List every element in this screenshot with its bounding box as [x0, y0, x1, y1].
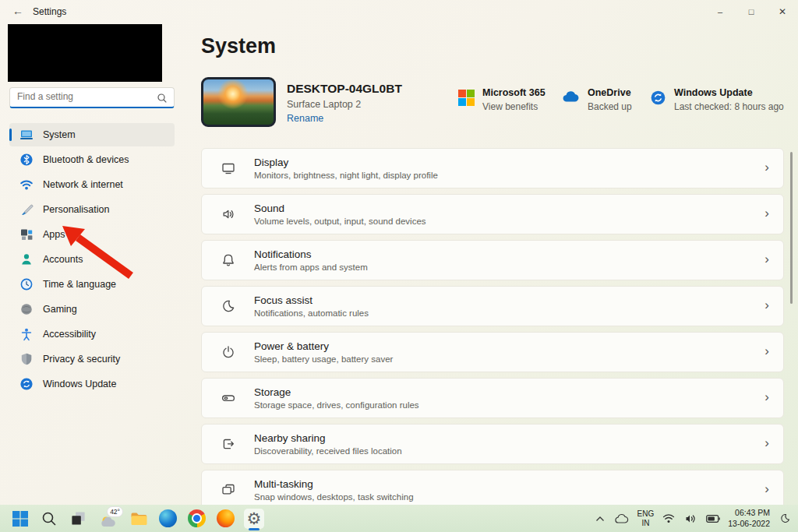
network-icon — [19, 178, 34, 192]
weather-widget[interactable]: 42° — [97, 508, 120, 530]
focus-assist-icon — [221, 298, 236, 314]
accessibility-icon — [19, 327, 34, 341]
settings-list: DisplayMonitors, brightness, night light… — [201, 148, 784, 516]
battery-tray-icon[interactable] — [704, 509, 721, 529]
status-card-subtitle: Backed up — [588, 101, 632, 112]
status-card-subtitle: Last checked: 8 hours ago — [674, 101, 784, 112]
volume-tray-icon[interactable] — [683, 509, 697, 529]
scrollbar-thumb[interactable] — [790, 152, 793, 304]
row-title: Display — [254, 157, 438, 168]
language-line1: ENG — [637, 509, 655, 519]
settings-app-icon[interactable]: ⚙ — [244, 509, 264, 529]
language-indicator[interactable]: ENG IN — [637, 509, 655, 527]
sidebar-item-privacy-security[interactable]: Privacy & security — [9, 347, 175, 371]
sidebar-item-bluetooth-devices[interactable]: Bluetooth & devices — [9, 148, 175, 171]
clock-date: 13-06-2022 — [728, 519, 770, 530]
sidebar-item-label: Time & language — [43, 279, 116, 290]
sidebar-item-network-internet[interactable]: Network & internet — [9, 173, 175, 196]
settings-row-sound[interactable]: SoundVolume levels, output, input, sound… — [201, 194, 784, 234]
row-title: Sound — [254, 203, 426, 214]
row-title: Notifications — [254, 248, 368, 260]
sidebar-item-windows-update[interactable]: Windows Update — [9, 372, 175, 396]
status-card-microsoft-365: Microsoft 365 View benefits — [458, 87, 546, 112]
row-subtitle: Monitors, brightness, night light, displ… — [254, 171, 438, 180]
gear-icon: ⚙ — [247, 510, 262, 527]
rename-link[interactable]: Rename — [287, 113, 323, 124]
nearby-sharing-icon — [221, 436, 236, 452]
sidebar-item-system[interactable]: System — [9, 123, 175, 146]
status-card-onedrive: OneDrive Backed up — [561, 87, 632, 112]
row-title: Nearby sharing — [254, 432, 402, 444]
window-title: Settings — [33, 6, 66, 17]
start-button[interactable] — [10, 509, 30, 529]
row-subtitle: Notifications, automatic rules — [254, 308, 369, 318]
settings-row-power-battery[interactable]: Power & batterySleep, battery usage, bat… — [201, 332, 784, 372]
sidebar-item-label: Gaming — [43, 304, 77, 315]
row-title: Focus assist — [254, 294, 369, 306]
chevron-right-icon: › — [764, 160, 769, 175]
edge-browser-icon[interactable] — [157, 509, 178, 529]
onedrive-tray-icon[interactable] — [613, 509, 630, 529]
sidebar-item-label: Accounts — [43, 254, 83, 265]
wifi-tray-icon[interactable] — [661, 509, 676, 529]
chevron-right-icon: › — [764, 206, 769, 221]
maximize-button[interactable]: □ — [736, 0, 767, 23]
task-view-icon[interactable] — [68, 509, 88, 529]
back-button[interactable]: ← — [12, 5, 23, 17]
file-explorer-icon[interactable] — [129, 509, 149, 529]
settings-row-notifications[interactable]: NotificationsAlerts from apps and system… — [201, 240, 784, 280]
sidebar-item-gaming[interactable]: Gaming — [9, 298, 175, 321]
device-thumbnail — [201, 77, 276, 127]
sidebar-item-apps[interactable]: Apps — [9, 223, 175, 246]
close-button[interactable]: ✕ — [767, 0, 798, 23]
status-card-title: OneDrive — [588, 87, 632, 98]
settings-row-storage[interactable]: StorageStorage space, drives, configurat… — [201, 378, 784, 418]
sidebar-item-label: Network & internet — [43, 179, 123, 190]
firefox-browser-icon[interactable] — [215, 509, 235, 529]
power-icon — [221, 344, 236, 360]
display-icon — [221, 160, 236, 176]
row-title: Power & battery — [254, 340, 393, 352]
clock-time: 06:43 PM — [728, 508, 770, 519]
settings-row-nearby-sharing[interactable]: Nearby sharingDiscoverability, received … — [201, 424, 784, 464]
row-subtitle: Sleep, battery usage, battery saver — [254, 354, 393, 364]
minimize-button[interactable]: – — [704, 0, 736, 23]
tray-chevron-up-icon[interactable] — [594, 509, 606, 529]
gaming-icon — [19, 302, 34, 316]
device-name: DESKTOP-04GL0BT — [287, 82, 402, 96]
window-controls: – □ ✕ — [704, 0, 798, 23]
redacted-account-area — [8, 24, 162, 82]
privacy-icon — [19, 352, 34, 366]
row-subtitle: Volume levels, output, input, sound devi… — [254, 217, 426, 226]
sidebar-item-label: Accessibility — [43, 329, 96, 340]
sidebar-item-label: System — [43, 129, 76, 140]
sidebar-item-time-language[interactable]: Time & language — [9, 273, 175, 296]
sound-icon — [221, 206, 236, 222]
taskbar: 42° ⚙ ENG IN — [0, 505, 798, 532]
sidebar-item-accounts[interactable]: Accounts — [9, 248, 175, 271]
search-input[interactable] — [17, 88, 156, 105]
row-title: Multi-tasking — [254, 478, 414, 490]
page-title: System — [201, 34, 276, 58]
settings-row-display[interactable]: DisplayMonitors, brightness, night light… — [201, 148, 784, 188]
sidebar-item-label: Bluetooth & devices — [43, 154, 129, 165]
focus-assist-moon-icon[interactable] — [777, 509, 793, 529]
row-subtitle: Discoverability, received files location — [254, 446, 402, 456]
view-benefits-link[interactable]: View benefits — [482, 101, 546, 112]
chevron-right-icon: › — [764, 435, 769, 451]
chrome-browser-icon[interactable] — [186, 509, 207, 529]
sidebar-item-personalisation[interactable]: Personalisation — [9, 198, 175, 221]
taskbar-search-icon[interactable] — [39, 509, 59, 529]
sidebar-item-accessibility[interactable]: Accessibility — [9, 322, 175, 346]
apps-icon — [19, 227, 34, 241]
chevron-right-icon: › — [764, 481, 769, 497]
chevron-right-icon: › — [764, 252, 769, 267]
search-icon — [157, 93, 168, 107]
windows-update-icon — [650, 90, 666, 112]
sidebar-item-label: Personalisation — [43, 204, 109, 215]
status-card-title: Windows Update — [674, 87, 784, 98]
notifications-icon — [221, 252, 236, 268]
windows-update-icon — [19, 377, 34, 391]
settings-row-focus-assist[interactable]: Focus assistNotifications, automatic rul… — [201, 286, 784, 326]
clock[interactable]: 06:43 PM 13-06-2022 — [728, 508, 770, 529]
